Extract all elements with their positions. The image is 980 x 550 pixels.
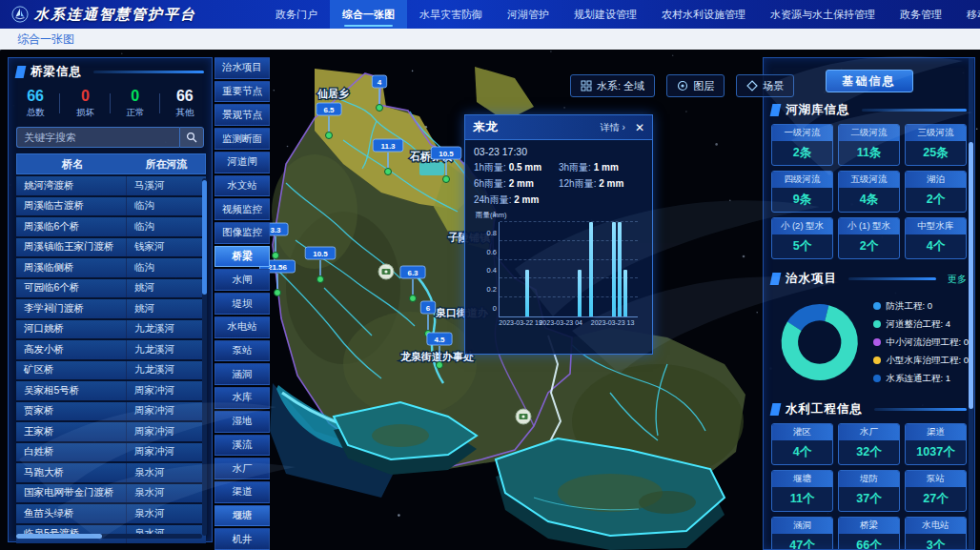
projects-more-link[interactable]: 更多	[948, 273, 967, 286]
layer-menu-item[interactable]: 水闸	[214, 269, 270, 291]
stat-label: 其他	[160, 107, 210, 119]
info-cell[interactable]: 堤防37个	[838, 470, 900, 512]
layer-menu-item[interactable]: 水库	[214, 387, 270, 409]
layer-menu-item[interactable]: 泵站	[214, 340, 270, 362]
search-input[interactable]	[16, 127, 179, 148]
map-control-scene[interactable]: 场景	[736, 74, 794, 97]
projects-legend: 防洪工程: 0河道整治工程: 4中小河流治理工程: 0小型水库治理工程: 0水系…	[873, 300, 969, 385]
info-cell[interactable]: 小 (2) 型水5个	[771, 217, 833, 259]
table-row[interactable]: 姚河湾渡桥马溪河	[16, 176, 206, 195]
layer-menu-item[interactable]: 水电站	[214, 316, 270, 338]
info-cell[interactable]: 小 (1) 型水2个	[838, 217, 900, 259]
layer-menu-item[interactable]: 水文站	[214, 175, 270, 197]
table-row[interactable]: 周溪临吉渡桥临沟	[16, 197, 206, 216]
legend-label: 水系连通工程: 1	[886, 373, 950, 385]
info-cell[interactable]: 桥梁66个	[838, 517, 900, 550]
layer-menu-item[interactable]: 图像监控	[214, 222, 270, 244]
layer-menu-item[interactable]: 堰塘	[214, 505, 270, 527]
table-row[interactable]: 国家电网带金门渡桥泉水河	[16, 484, 206, 503]
nav-item[interactable]: 水资源与水土保持管理	[758, 0, 888, 29]
layer-menu-item[interactable]: 河道闸	[214, 152, 270, 173]
breadcrumb[interactable]: 综合一张图	[17, 31, 74, 48]
info-cell[interactable]: 五级河流4条	[838, 171, 900, 213]
table-row[interactable]: 马跑大桥泉水河	[16, 463, 206, 482]
scrollbar-thumb[interactable]	[16, 534, 102, 539]
table-row[interactable]: 王家桥周家冲河	[16, 422, 206, 441]
table-row[interactable]: 高发小桥九龙溪河	[16, 340, 206, 359]
layer-menu-item[interactable]: 治水项目	[214, 57, 270, 79]
rain-stat-value: 1 mm	[594, 162, 619, 173]
river-name-cell: 钱家河	[127, 238, 206, 257]
info-cell[interactable]: 三级河流25条	[905, 124, 967, 166]
layer-menu-item[interactable]: 渠道	[214, 481, 270, 503]
table-row[interactable]: 周溪临侧桥临沟	[16, 258, 206, 277]
table-horizontal-scrollbar[interactable]	[16, 534, 202, 539]
table-row[interactable]: 周溪临6个桥临沟	[16, 217, 206, 236]
camera-marker[interactable]	[516, 409, 531, 424]
info-cell[interactable]: 二级河流11条	[838, 124, 900, 166]
table-row[interactable]: 河口姚桥九龙溪河	[16, 320, 206, 339]
layer-menu-item[interactable]: 溪流	[214, 435, 270, 457]
table-row[interactable]: 白姓桥周家冲河	[16, 443, 206, 462]
layer-menu-item[interactable]: 桥梁	[214, 246, 270, 268]
nav-item[interactable]: 综合一张图	[330, 0, 407, 29]
table-row[interactable]: 矿区桥九龙溪河	[16, 361, 206, 380]
legend-label: 防洪工程: 0	[886, 300, 932, 313]
layer-menu-item[interactable]: 堤坝	[214, 293, 270, 315]
layer-menu-item[interactable]: 机井	[214, 528, 270, 550]
table-row[interactable]: 可园临6个桥姚河	[16, 279, 206, 298]
info-cell[interactable]: 一级河流2条	[771, 124, 833, 166]
right-panel-scrollbar[interactable]	[969, 58, 973, 549]
info-cell[interactable]: 中型水库4个	[905, 217, 967, 259]
info-cell[interactable]: 渠道1037个	[905, 423, 967, 465]
town-label: 仙居乡	[316, 88, 349, 99]
info-cell[interactable]: 灌区4个	[771, 423, 833, 465]
tab-basic-info[interactable]: 基础信息	[826, 70, 913, 92]
layer-menu-item[interactable]: 景观节点	[214, 104, 270, 126]
nav-item[interactable]: 移动工作管理	[954, 0, 980, 29]
popup-detail-link[interactable]: 详情 ›	[601, 121, 625, 134]
rain-stat-label: 6h雨量:	[474, 178, 509, 189]
river-name-cell: 周家冲河	[127, 402, 206, 421]
table-row[interactable]: 李学祠门渡桥姚河	[16, 299, 206, 318]
map-control-layers[interactable]: 图层	[666, 74, 725, 97]
table-row[interactable]: 鱼苗头绿桥泉水河	[16, 504, 206, 523]
layer-menu-item[interactable]: 水厂	[214, 458, 270, 479]
scrollbar-thumb[interactable]	[202, 180, 207, 295]
layer-menu-item[interactable]: 涵洞	[214, 363, 270, 385]
close-icon[interactable]: ✕	[635, 122, 644, 133]
info-cell[interactable]: 涵洞47个	[771, 517, 833, 550]
info-cell[interactable]: 四级河流9条	[771, 171, 833, 213]
nav-item[interactable]: 水旱灾害防御	[407, 0, 495, 29]
info-cell-value: 4条	[839, 188, 899, 212]
info-cell-label: 一级河流	[772, 125, 832, 141]
nav-item[interactable]: 规划建设管理	[561, 0, 649, 29]
layer-menu-item[interactable]: 湿地	[214, 411, 270, 433]
table-row[interactable]: 周溪镇临王家门渡桥钱家河	[16, 238, 206, 257]
bridge-stat: 66总数	[10, 88, 60, 119]
nav-item[interactable]: 农村水利设施管理	[649, 0, 758, 29]
layer-menu-item[interactable]: 视频监控	[214, 198, 270, 220]
popup-title: 来龙	[473, 119, 499, 135]
camera-marker[interactable]	[378, 264, 394, 279]
nav-item[interactable]: 政务管理	[888, 0, 954, 29]
table-vertical-scrollbar[interactable]	[202, 178, 207, 536]
info-cell[interactable]: 水厂32个	[838, 423, 900, 465]
info-cell[interactable]: 泵站27个	[905, 470, 967, 512]
search-button[interactable]	[179, 127, 204, 148]
marker-value: 4	[378, 78, 382, 87]
nav-item[interactable]: 政务门户	[263, 0, 330, 29]
info-cell[interactable]: 湖泊2个	[905, 171, 967, 213]
layer-menu-item[interactable]: 重要节点	[214, 81, 270, 103]
map-control-water-network[interactable]: 水系: 全域	[570, 74, 655, 97]
table-row[interactable]: 贾家桥周家冲河	[16, 402, 206, 421]
table-row[interactable]: 吴家相5号桥周家冲河	[16, 381, 206, 400]
scrollbar-thumb[interactable]	[969, 142, 973, 409]
info-cell-value: 66个	[839, 534, 899, 550]
info-cell[interactable]: 水电站3个	[905, 517, 967, 550]
layer-menu-item[interactable]: 监测断面	[214, 128, 270, 150]
river-name-cell: 九龙溪河	[127, 361, 206, 380]
nav-item[interactable]: 河湖管护	[495, 0, 561, 29]
main-area: 仙居乡石桥驿镇子陵铺镇泉口街道办龙泉街道办事处 46.511.310.53.31…	[0, 50, 980, 550]
info-cell[interactable]: 堰塘11个	[771, 470, 833, 512]
